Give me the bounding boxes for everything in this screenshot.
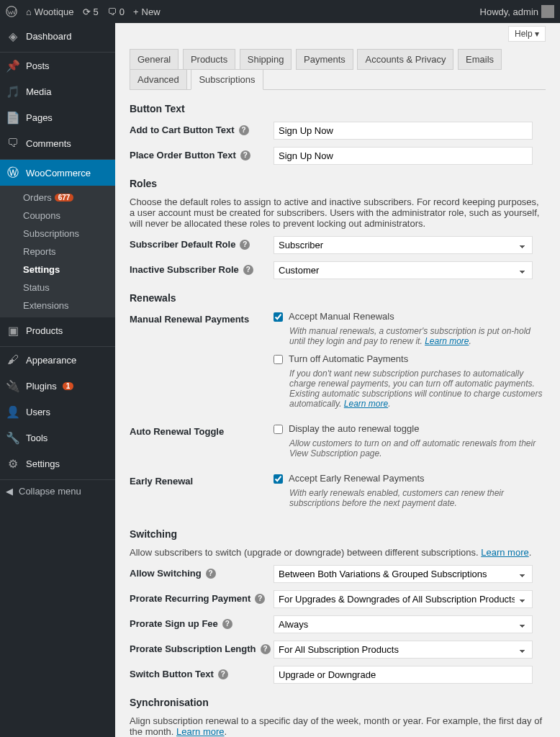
- submenu-settings[interactable]: Settings: [0, 261, 115, 279]
- accept-early-checkbox[interactable]: [274, 474, 283, 484]
- accept-manual-label: Accept Manual Renewals: [289, 311, 394, 322]
- plug-icon: 🔌: [6, 379, 20, 393]
- accept-early-label: Accept Early Renewal Payments: [289, 473, 425, 484]
- page-icon: 📄: [6, 110, 20, 125]
- avatar: [541, 5, 554, 18]
- admin-bar: ⌂ Wootique ⟳ 5 🗨 0 + New Howdy, admin: [0, 0, 560, 23]
- place-order-input[interactable]: [274, 147, 533, 165]
- tab-emails[interactable]: Emails: [458, 49, 502, 70]
- update-icon: ⟳: [83, 6, 91, 17]
- user-icon: 👤: [6, 404, 20, 419]
- submenu-orders[interactable]: Orders 677: [0, 189, 115, 207]
- learn-more-link[interactable]: Learn more: [425, 336, 469, 346]
- switch-button-input[interactable]: [274, 666, 533, 684]
- place-order-label: Place Order Button Text?: [130, 147, 274, 160]
- menu-woocommerce[interactable]: ⓌWooCommerce: [0, 160, 115, 186]
- help-tip-icon[interactable]: ?: [206, 569, 216, 579]
- woocommerce-submenu: Orders 677 Coupons Subscriptions Reports…: [0, 186, 115, 317]
- early-desc: With early renewals enabled, customers c…: [289, 488, 546, 508]
- learn-more-link[interactable]: Learn more: [176, 726, 224, 737]
- submenu-subscriptions[interactable]: Subscriptions: [0, 225, 115, 243]
- updates[interactable]: ⟳ 5: [83, 6, 99, 17]
- menu-tools[interactable]: 🔧Tools: [0, 425, 115, 451]
- turn-off-auto-checkbox[interactable]: [274, 355, 283, 364]
- help-tip-icon[interactable]: ?: [218, 669, 228, 679]
- menu-users[interactable]: 👤Users: [0, 399, 115, 425]
- sync-desc: Align subscription renewal to a specific…: [130, 715, 546, 737]
- manual-renewal-label: Manual Renewal Payments: [130, 311, 274, 325]
- tab-subscriptions[interactable]: Subscriptions: [191, 69, 263, 90]
- menu-media[interactable]: 🎵Media: [0, 78, 115, 104]
- tab-advanced[interactable]: Advanced: [130, 69, 187, 90]
- auto-toggle-label: Auto Renewal Toggle: [130, 423, 274, 437]
- prorate-signup-select[interactable]: Always: [274, 615, 533, 633]
- new-content[interactable]: + New: [133, 6, 161, 17]
- learn-more-link[interactable]: Learn more: [344, 399, 388, 409]
- tab-accounts[interactable]: Accounts & Privacy: [357, 49, 453, 70]
- submenu-reports[interactable]: Reports: [0, 243, 115, 261]
- tab-payments[interactable]: Payments: [296, 49, 353, 70]
- renewals-heading: Renewals: [130, 292, 546, 304]
- switching-heading: Switching: [130, 528, 546, 540]
- tab-general[interactable]: General: [130, 49, 179, 70]
- prorate-length-select[interactable]: For All Subscription Products: [274, 641, 533, 659]
- submenu-status[interactable]: Status: [0, 279, 115, 297]
- accept-manual-checkbox[interactable]: [274, 312, 283, 322]
- my-account[interactable]: Howdy, admin: [480, 5, 554, 18]
- comment-icon: 🗨: [107, 6, 117, 17]
- wp-logo[interactable]: [6, 6, 17, 17]
- collapse-menu[interactable]: ◀Collapse menu: [0, 480, 115, 502]
- inactive-role-select[interactable]: Customer: [274, 261, 533, 279]
- menu-products[interactable]: ▣Products: [0, 317, 115, 343]
- inactive-role-label: Inactive Subscriber Role?: [130, 261, 274, 275]
- add-to-cart-label: Add to Cart Button Text?: [130, 122, 274, 135]
- menu-wp-settings[interactable]: ⚙Settings: [0, 451, 115, 476]
- subscriber-default-label: Subscriber Default Role?: [130, 236, 274, 250]
- switching-desc: Allow subscribers to switch (upgrade or …: [130, 547, 546, 558]
- brush-icon: 🖌: [6, 353, 20, 367]
- help-tip-icon[interactable]: ?: [240, 150, 250, 160]
- display-toggle-label: Display the auto renewal toggle: [289, 423, 419, 434]
- help-tip-icon[interactable]: ?: [255, 594, 265, 604]
- add-to-cart-input[interactable]: [274, 122, 533, 140]
- prorate-recurring-select[interactable]: For Upgrades & Downgrades of All Subscri…: [274, 590, 533, 608]
- comments[interactable]: 🗨 0: [107, 6, 125, 17]
- allow-switching-select[interactable]: Between Both Variations & Grouped Subscr…: [274, 565, 533, 583]
- menu-plugins[interactable]: 🔌Plugins 1: [0, 373, 115, 399]
- plugins-badge: 1: [63, 382, 74, 390]
- wrench-icon: 🔧: [6, 430, 20, 445]
- help-tip-icon[interactable]: ?: [240, 240, 250, 250]
- help-tip-icon[interactable]: ?: [261, 644, 271, 654]
- display-toggle-checkbox[interactable]: [274, 425, 283, 434]
- prorate-recurring-label: Prorate Recurring Payment?: [130, 590, 274, 604]
- button-text-heading: Button Text: [130, 103, 546, 114]
- tab-shipping[interactable]: Shipping: [240, 49, 292, 70]
- menu-pages[interactable]: 📄Pages: [0, 104, 115, 130]
- manual-desc: With manual renewals, a customer's subsc…: [289, 326, 546, 346]
- subscriber-default-select[interactable]: Subscriber: [274, 236, 533, 254]
- prorate-signup-label: Prorate Sign up Fee?: [130, 615, 274, 629]
- roles-desc: Choose the default roles to assign to ac…: [130, 196, 546, 229]
- sync-heading: Synchronisation: [130, 697, 546, 708]
- help-tip-icon[interactable]: ?: [243, 265, 253, 275]
- tab-products[interactable]: Products: [183, 49, 235, 70]
- menu-comments[interactable]: 🗨Comments: [0, 130, 115, 156]
- pin-icon: 📌: [6, 58, 20, 73]
- site-name[interactable]: ⌂ Wootique: [26, 6, 74, 17]
- dashboard-icon: ◈: [6, 29, 20, 43]
- media-icon: 🎵: [6, 84, 20, 99]
- help-button[interactable]: Help ▾: [508, 26, 546, 42]
- submenu-coupons[interactable]: Coupons: [0, 207, 115, 225]
- learn-more-link[interactable]: Learn more: [481, 547, 528, 558]
- display-toggle-desc: Allow customers to turn on and off autom…: [289, 438, 546, 458]
- products-icon: ▣: [6, 323, 20, 338]
- main-content: Help ▾ General Products Shipping Payment…: [115, 23, 560, 737]
- plus-icon: +: [133, 6, 139, 17]
- menu-appearance[interactable]: 🖌Appearance: [0, 347, 115, 373]
- collapse-icon: ◀: [6, 486, 13, 497]
- help-tip-icon[interactable]: ?: [239, 125, 249, 135]
- menu-dashboard[interactable]: ◈Dashboard: [0, 23, 115, 49]
- submenu-extensions[interactable]: Extensions: [0, 297, 115, 315]
- help-tip-icon[interactable]: ?: [222, 619, 232, 629]
- menu-posts[interactable]: 📌Posts: [0, 53, 115, 78]
